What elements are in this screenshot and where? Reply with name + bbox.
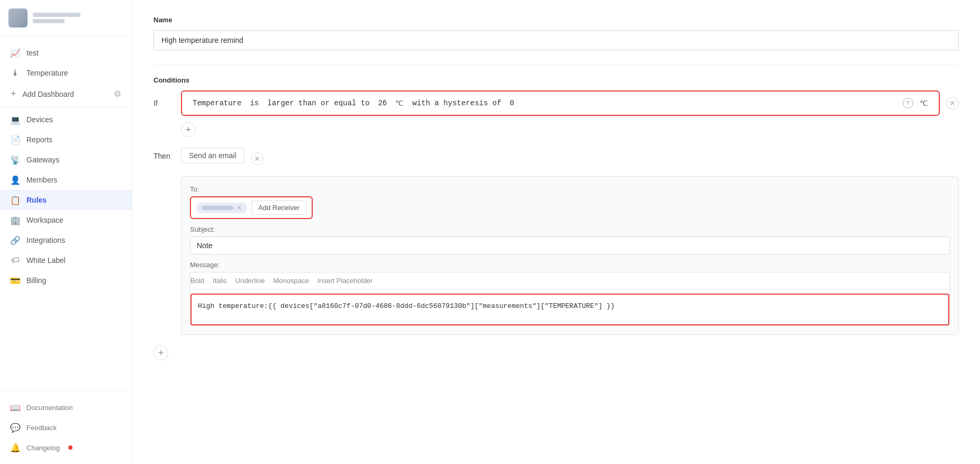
sidebar-item-label-changelog: Changelog bbox=[26, 444, 60, 452]
feedback-icon: 💬 bbox=[11, 423, 20, 432]
bold-button[interactable]: Bold bbox=[190, 277, 204, 285]
logo-line-1 bbox=[33, 13, 80, 17]
sidebar-nav: 📈 test 🌡 Temperature + Add Dashboard ⚙ 💻… bbox=[0, 37, 132, 390]
message-section: Message: Bold Italic Underline Monospace… bbox=[190, 261, 950, 326]
help-icon[interactable]: ? bbox=[903, 98, 913, 108]
then-row: Then Send an email ✕ To: bbox=[153, 148, 959, 335]
subject-input[interactable] bbox=[190, 236, 950, 254]
integrations-icon: 🔗 bbox=[11, 235, 20, 245]
underline-button[interactable]: Underline bbox=[235, 277, 265, 285]
to-row: To: ✕ Add Receiver bbox=[190, 185, 950, 219]
italic-button[interactable]: Italic bbox=[213, 277, 227, 285]
add-dashboard-left: + Add Dashboard bbox=[11, 88, 74, 99]
sidebar-item-reports[interactable]: 📄 Reports bbox=[0, 130, 132, 150]
receiver-chip: ✕ bbox=[196, 203, 247, 213]
sidebar-item-integrations[interactable]: 🔗 Integrations bbox=[0, 230, 132, 250]
insert-placeholder-button[interactable]: Insert Placeholder bbox=[317, 277, 373, 285]
nav-divider-1 bbox=[0, 107, 132, 107]
devices-icon: 💻 bbox=[11, 115, 20, 124]
condition-is: is bbox=[250, 99, 259, 107]
sidebar-item-changelog[interactable]: 🔔 Changelog bbox=[0, 438, 132, 458]
sidebar-item-label-reports: Reports bbox=[26, 135, 52, 144]
white-label-icon: 🏷 bbox=[11, 256, 20, 265]
sidebar-item-label-temperature: Temperature bbox=[26, 69, 68, 77]
conditions-section: Conditions If Temperature is larger than… bbox=[153, 76, 959, 137]
sidebar-item-label-members: Members bbox=[26, 176, 57, 184]
sidebar-item-test[interactable]: 📈 test bbox=[0, 43, 132, 63]
sidebar-item-label-integrations: Integrations bbox=[26, 236, 65, 244]
then-section: Then Send an email ✕ To: bbox=[153, 148, 959, 335]
sidebar-item-label-add-dashboard: Add Dashboard bbox=[23, 90, 74, 98]
condition-value: 26 bbox=[378, 99, 387, 107]
section-divider bbox=[153, 65, 959, 66]
message-toolbar: Bold Italic Underline Monospace Insert P… bbox=[190, 272, 949, 289]
chart-icon: 📈 bbox=[11, 48, 20, 58]
condition-hysteresis-unit: ℃ bbox=[920, 99, 928, 108]
sidebar-item-label-feedback: Feedback bbox=[26, 424, 57, 432]
billing-icon: 💳 bbox=[11, 276, 20, 285]
condition-operator: larger than or equal to bbox=[267, 99, 369, 107]
condition-unit: ℃ bbox=[395, 99, 404, 108]
sidebar-item-devices[interactable]: 💻 Devices bbox=[0, 110, 132, 130]
message-label: Message: bbox=[190, 261, 950, 269]
sidebar-item-billing[interactable]: 💳 Billing bbox=[0, 270, 132, 290]
sidebar-item-white-label[interactable]: 🏷 White Label bbox=[0, 250, 132, 270]
name-section: Name bbox=[153, 16, 959, 66]
gear-icon[interactable]: ⚙ bbox=[114, 89, 121, 99]
sidebar-bottom: 📖 Documentation 💬 Feedback 🔔 Changelog bbox=[0, 390, 132, 464]
temperature-icon: 🌡 bbox=[11, 68, 20, 78]
remove-action-button[interactable]: ✕ bbox=[251, 152, 264, 165]
sidebar-item-label-billing: Billing bbox=[26, 276, 46, 285]
message-editor: Bold Italic Underline Monospace Insert P… bbox=[190, 272, 950, 326]
sidebar-item-label-devices: Devices bbox=[26, 115, 53, 124]
name-input[interactable] bbox=[153, 30, 959, 50]
main-content: Name Conditions If Temperature is larger… bbox=[132, 0, 980, 464]
sidebar-item-gateways[interactable]: 📡 Gateways bbox=[0, 150, 132, 170]
conditions-label: Conditions bbox=[153, 76, 959, 84]
message-body[interactable]: High temperature:{{ devices["a8160c7f-07… bbox=[190, 294, 949, 325]
remove-condition-button[interactable]: ✕ bbox=[946, 97, 959, 110]
sidebar-item-documentation[interactable]: 📖 Documentation bbox=[0, 397, 132, 417]
logo-icon bbox=[8, 8, 28, 28]
monospace-button[interactable]: Monospace bbox=[273, 277, 308, 285]
logo-line-2 bbox=[33, 19, 65, 23]
gateways-icon: 📡 bbox=[11, 155, 20, 165]
then-content: Send an email ✕ To: ✕ Add Receiver bbox=[181, 148, 959, 335]
changelog-notification-dot bbox=[68, 445, 72, 450]
add-receiver-button[interactable]: Add Receiver bbox=[251, 201, 306, 215]
sidebar-item-label-rules: Rules bbox=[26, 196, 47, 204]
subject-row: Subject: bbox=[190, 225, 950, 254]
name-section-label: Name bbox=[153, 16, 959, 24]
add-action-button[interactable]: + bbox=[153, 345, 168, 360]
sidebar-item-temperature[interactable]: 🌡 Temperature bbox=[0, 63, 132, 83]
action-row: Send an email ✕ bbox=[181, 148, 959, 170]
remove-receiver-button[interactable]: ✕ bbox=[237, 204, 242, 212]
send-email-tag: Send an email bbox=[181, 148, 244, 163]
receiver-row[interactable]: ✕ Add Receiver bbox=[190, 196, 313, 219]
condition-field: Temperature bbox=[193, 99, 241, 107]
documentation-icon: 📖 bbox=[11, 403, 20, 412]
rules-icon: 📋 bbox=[11, 195, 20, 205]
send-email-label: Send an email bbox=[189, 151, 237, 160]
reports-icon: 📄 bbox=[11, 135, 20, 144]
then-label: Then bbox=[153, 148, 175, 160]
plus-icon: + bbox=[11, 88, 16, 99]
sidebar-item-label-gateways: Gateways bbox=[26, 156, 59, 164]
add-condition-button[interactable]: + bbox=[181, 122, 196, 137]
sidebar-item-label-documentation: Documentation bbox=[26, 404, 72, 412]
sidebar-item-rules[interactable]: 📋 Rules bbox=[0, 190, 132, 210]
sidebar-add-dashboard[interactable]: + Add Dashboard ⚙ bbox=[0, 83, 132, 105]
condition-box[interactable]: Temperature is larger than or equal to 2… bbox=[181, 90, 940, 116]
sidebar: 📈 test 🌡 Temperature + Add Dashboard ⚙ 💻… bbox=[0, 0, 132, 464]
if-label: If bbox=[153, 99, 175, 107]
sidebar-item-workspace[interactable]: 🏢 Workspace bbox=[0, 210, 132, 230]
sidebar-item-label-white-label: White Label bbox=[26, 256, 66, 265]
condition-row: If Temperature is larger than or equal t… bbox=[153, 90, 959, 116]
sidebar-item-members[interactable]: 👤 Members bbox=[0, 170, 132, 190]
receiver-email-redacted bbox=[202, 206, 233, 210]
sidebar-item-feedback[interactable]: 💬 Feedback bbox=[0, 417, 132, 438]
sidebar-item-label-test: test bbox=[26, 49, 39, 57]
subject-label: Subject: bbox=[190, 225, 950, 233]
logo-text bbox=[33, 13, 80, 23]
email-form: To: ✕ Add Receiver Subject: bbox=[181, 176, 959, 335]
